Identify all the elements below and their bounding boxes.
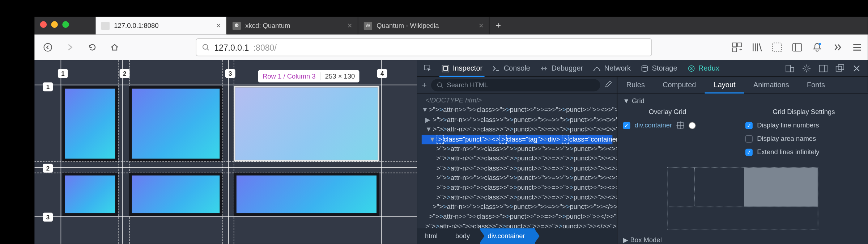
- color-swatch[interactable]: [689, 122, 696, 129]
- close-window-button[interactable]: [40, 21, 47, 28]
- pick-element-button[interactable]: [424, 64, 432, 72]
- svg-point-16: [642, 65, 647, 67]
- addons-icon[interactable]: +: [732, 42, 742, 52]
- svg-rect-4: [733, 48, 737, 52]
- sidebar-tab-layout[interactable]: Layout: [705, 76, 744, 93]
- devtools-panel-storage[interactable]: Storage: [641, 64, 677, 72]
- window-traffic-lights[interactable]: [40, 21, 69, 28]
- screenshot-icon[interactable]: [772, 42, 782, 52]
- svg-rect-7: [793, 43, 802, 51]
- devtools-panel-debugger[interactable]: Debugger: [540, 64, 583, 72]
- responsive-mode-button[interactable]: [786, 64, 795, 73]
- navigation-toolbar: 127.0.0.1:8080/ +: [34, 34, 868, 60]
- dom-node[interactable]: ▼ >">>attr-n>>">>class>>">>punct>>">>=>>…: [422, 125, 613, 135]
- notifications-icon[interactable]: [812, 42, 822, 52]
- checkbox-icon[interactable]: [745, 135, 753, 142]
- add-node-button[interactable]: +: [422, 80, 427, 90]
- dom-node[interactable]: >">>attr-n>>">>class>>">>punct>>">>=>>">…: [422, 222, 613, 228]
- minimize-window-button[interactable]: [51, 21, 58, 28]
- grid-setting-row[interactable]: Display area names: [745, 135, 862, 143]
- grid-item: [62, 173, 118, 216]
- back-button[interactable]: [40, 39, 56, 55]
- devtools-close-button[interactable]: [852, 64, 861, 73]
- checkbox-icon[interactable]: ✓: [623, 122, 630, 129]
- dom-node[interactable]: >">>attr-n>>">>class>>">>punct>>">>=>>">…: [422, 193, 613, 202]
- overlay-grid-row[interactable]: ✓ div.container: [623, 121, 712, 129]
- dom-node[interactable]: ▶ >">>attr-n>>">>class>>">>punct>>">>=>>…: [422, 115, 613, 125]
- svg-text:+: +: [739, 46, 742, 52]
- menu-icon[interactable]: [852, 42, 862, 52]
- svg-rect-18: [786, 65, 790, 71]
- grid-line: [34, 85, 417, 85]
- dom-node[interactable]: >">>attr-n>>">>class>>">>punct>>">>=>>">…: [422, 164, 613, 173]
- sidebar-tab-rules[interactable]: Rules: [617, 76, 654, 93]
- mini-grid-preview[interactable]: [667, 167, 818, 229]
- browser-tab[interactable]: WQuantum - Wikipedia×: [358, 17, 489, 34]
- favicon: [101, 21, 110, 30]
- grid-target-icon[interactable]: [676, 121, 684, 129]
- svg-rect-23: [836, 66, 842, 71]
- svg-rect-6: [773, 43, 782, 52]
- grid-row-badge: 1: [43, 83, 53, 92]
- library-icon[interactable]: [752, 42, 762, 52]
- maximize-window-button[interactable]: [62, 21, 69, 28]
- browser-tab[interactable]: ⚈xkcd: Quantum×: [227, 17, 358, 34]
- tab-title: Quantum - Wikipedia: [376, 22, 474, 30]
- checkbox-icon[interactable]: ✓: [745, 148, 753, 156]
- dom-node[interactable]: ▼ >class="punct">><>>class="tag">>div> >…: [422, 135, 613, 144]
- overflow-icon[interactable]: [832, 42, 842, 52]
- dom-node[interactable]: <!DOCTYPE html>: [422, 96, 613, 106]
- close-tab-button[interactable]: ×: [216, 21, 221, 30]
- dom-node[interactable]: >">>attr-n>>">>class>>">>punct>>">>=>>">…: [422, 212, 613, 222]
- dock-separate-button[interactable]: [835, 64, 844, 73]
- breadcrumb-item[interactable]: div.container: [480, 228, 535, 244]
- grid-col-badge: 1: [58, 69, 68, 78]
- box-model-section-header[interactable]: ▶Box Model: [623, 236, 862, 244]
- forward-button[interactable]: [62, 39, 78, 55]
- dom-node[interactable]: >">>attr-n>>">>class>>">>punct>>">>=>>">…: [422, 173, 613, 183]
- dom-node[interactable]: >">>attr-n>>">>class>>">>punct>>">>=>>">…: [422, 202, 613, 212]
- grid-setting-row[interactable]: ✓Display line numbers: [745, 121, 862, 129]
- checkbox-icon[interactable]: ✓: [745, 122, 753, 129]
- html-search-input[interactable]: Search HTML: [431, 79, 600, 91]
- close-tab-button[interactable]: ×: [479, 21, 484, 30]
- svg-point-13: [593, 70, 595, 71]
- breadcrumbs[interactable]: htmlbodydiv.container: [417, 228, 617, 244]
- reload-button[interactable]: [85, 39, 100, 55]
- dom-node[interactable]: >">>attr-n>>">>class>>">>punct>>">>=>>">…: [422, 183, 613, 193]
- devtools-settings-button[interactable]: [802, 64, 811, 73]
- devtools-panel-inspector[interactable]: Inspector: [442, 64, 482, 72]
- breadcrumb-item[interactable]: body: [448, 228, 480, 244]
- grid-item: [129, 86, 222, 161]
- dom-node[interactable]: ▼ >">>attr-n>>">>class>>">>punct>>">>=>>…: [422, 105, 613, 115]
- tab-bar: 127.0.0.1:8080×⚈xkcd: Quantum×WQuantum -…: [34, 17, 868, 34]
- svg-point-20: [805, 67, 808, 70]
- grid-setting-row[interactable]: ✓Extend lines infinitely: [745, 148, 862, 156]
- sidebar-icon[interactable]: [792, 42, 802, 52]
- close-tab-button[interactable]: ×: [348, 21, 352, 30]
- url-bar[interactable]: 127.0.0.1:8080/: [196, 38, 652, 56]
- browser-tab[interactable]: 127.0.0.1:8080×: [96, 17, 227, 34]
- sidebar-tab-computed[interactable]: Computed: [654, 76, 705, 93]
- sidebar-tab-animations[interactable]: Animations: [744, 76, 798, 93]
- grid-settings-title: Grid Display Settings: [745, 108, 862, 116]
- edit-html-button[interactable]: [605, 80, 613, 89]
- dock-side-button[interactable]: [819, 64, 828, 73]
- new-tab-button[interactable]: +: [489, 17, 507, 34]
- dom-node[interactable]: >">>attr-n>>">>class>>">>punct>>">>=>>">…: [422, 144, 613, 154]
- devtools-panel-console[interactable]: Console: [493, 64, 530, 72]
- grid-item: [234, 173, 379, 216]
- home-button[interactable]: [107, 39, 122, 55]
- breadcrumb-item[interactable]: html: [417, 228, 448, 244]
- dom-node[interactable]: >">>attr-n>>">>class>>">>punct>>">>=>>">…: [422, 154, 613, 164]
- devtools-panel-redux[interactable]: Redux: [687, 64, 719, 72]
- grid-row-badge: 3: [43, 213, 53, 222]
- dom-tree[interactable]: <!DOCTYPE html>▼ >">>attr-n>>">>class>>"…: [417, 93, 617, 228]
- grid-section-header[interactable]: ▼Grid: [623, 97, 862, 105]
- svg-point-25: [438, 83, 442, 87]
- sidebar-tab-fonts[interactable]: Fonts: [798, 76, 834, 93]
- page-viewport[interactable]: 1 2 3 4 1 2 3 Row 1 / Column 3 253 × 130: [34, 60, 417, 244]
- devtools-panel-network[interactable]: Network: [593, 64, 631, 72]
- svg-rect-2: [733, 43, 737, 47]
- favicon: W: [364, 21, 372, 30]
